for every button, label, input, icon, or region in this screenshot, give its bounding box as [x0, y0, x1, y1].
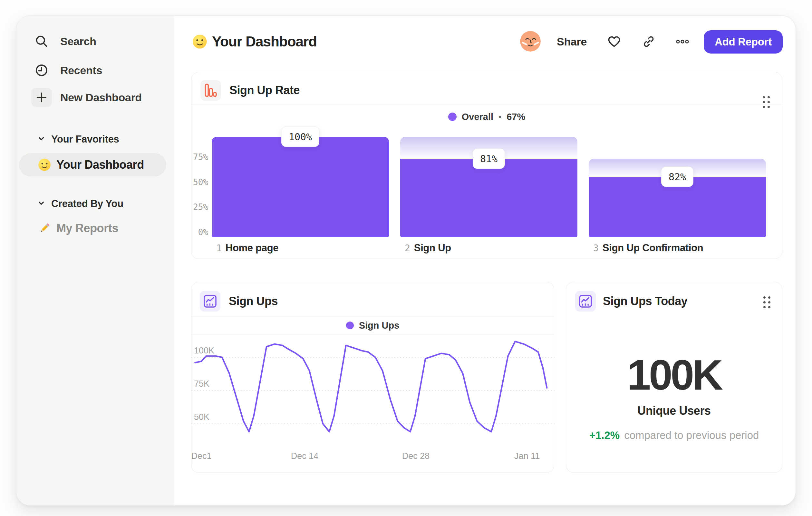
card-title: Sign Ups Today: [603, 294, 687, 308]
sidebar-item-new-dashboard[interactable]: New Dashboard: [31, 87, 142, 108]
section-title: Created By You: [51, 198, 123, 210]
card-sign-up-rate: Sign Up Rate Overall • 67% 0% 25% 50% 75…: [191, 72, 782, 259]
sidebar-item-my-reports[interactable]: My Reports: [38, 219, 118, 237]
chevron-down-icon: [37, 134, 46, 144]
pencil-emoji-icon: [38, 222, 51, 235]
legend-dot: [448, 113, 457, 121]
x-axis-tick: Dec1: [191, 451, 211, 461]
sidebar-item-label: Your Dashboard: [56, 158, 144, 171]
card-sign-ups: Sign Ups Sign Ups 100K 75K 50K Dec1 Dec …: [191, 282, 554, 473]
card-title: Sign Ups: [229, 294, 278, 308]
step-name: Sign Up: [414, 242, 451, 254]
step-number: 2: [405, 243, 410, 253]
y-axis-tick: 0%: [182, 227, 208, 237]
y-axis-tick: 25%: [182, 202, 208, 212]
delta-value: +1.2%: [589, 429, 620, 441]
drag-handle-icon[interactable]: [763, 296, 771, 308]
app-window: Search Recents New Dashboard Your Favori…: [16, 16, 796, 506]
page-title: Your Dashboard: [192, 34, 317, 49]
share-button[interactable]: Share: [557, 34, 587, 49]
step-name: Home page: [226, 242, 279, 254]
step-number: 1: [216, 243, 222, 253]
conversion-value-badge: 81%: [473, 149, 505, 169]
y-axis-tick: 75K: [194, 379, 209, 389]
conversion-value-badge: 82%: [661, 167, 693, 187]
funnel-step-label: 1 Home page: [216, 242, 279, 254]
metric-value: 100K: [566, 351, 782, 399]
metric-delta-row: +1.2% compared to previous period: [566, 429, 782, 441]
sidebar-item-label: Recents: [60, 64, 102, 77]
sidebar-item-label: Search: [60, 35, 96, 48]
x-axis-tick: Jan 11: [514, 451, 540, 461]
copy-link-icon[interactable]: [642, 34, 656, 49]
delta-note: compared to previous period: [624, 429, 759, 441]
card-sign-ups-today: Sign Ups Today 100K Unique Users +1.2% c…: [566, 282, 782, 473]
sidebar: Search Recents New Dashboard Your Favori…: [17, 16, 174, 505]
legend-series-name: Sign Ups: [359, 320, 400, 331]
clock-icon: [31, 61, 52, 80]
conversion-value-badge: 100%: [281, 127, 319, 147]
section-title: Your Favorites: [51, 134, 119, 145]
metric-label: Unique Users: [566, 404, 782, 418]
legend-dot: [346, 322, 354, 329]
sidebar-section-created-by-you[interactable]: Created By You: [37, 197, 123, 211]
x-axis-tick: Dec 14: [291, 451, 319, 461]
sidebar-item-search[interactable]: Search: [31, 31, 96, 52]
card-header-divider: [192, 105, 782, 105]
line-chart-icon: [575, 291, 596, 311]
page-title-text: Your Dashboard: [212, 33, 317, 50]
more-options-icon[interactable]: [675, 34, 690, 49]
line-chart-icon: [200, 291, 221, 311]
smiley-emoji-icon: [192, 34, 207, 49]
x-axis-tick: Dec 28: [402, 451, 430, 461]
sidebar-item-recents[interactable]: Recents: [31, 60, 102, 81]
sidebar-item-label: My Reports: [56, 222, 118, 235]
card-title: Sign Up Rate: [229, 84, 300, 97]
sidebar-section-your-favorites[interactable]: Your Favorites: [37, 132, 119, 146]
legend-sign-ups[interactable]: Sign Ups: [192, 316, 554, 334]
sidebar-item-label: New Dashboard: [60, 91, 142, 104]
y-axis-tick: 50%: [182, 178, 208, 187]
screen: Search Recents New Dashboard Your Favori…: [0, 0, 812, 516]
legend-overall[interactable]: Overall • 67%: [192, 109, 782, 125]
legend-series-value: 67%: [506, 112, 525, 122]
funnel-step-label: 2 Sign Up: [405, 242, 451, 254]
legend-series-name: Overall: [462, 112, 493, 122]
y-axis-tick: 50K: [194, 412, 209, 422]
favorite-heart-icon[interactable]: [607, 34, 621, 49]
step-number: 3: [593, 243, 599, 253]
plus-icon: [31, 88, 52, 107]
y-axis-tick: 75%: [182, 152, 208, 162]
sidebar-item-your-dashboard[interactable]: Your Dashboard: [19, 153, 166, 176]
funnel-bar-home-page: [212, 137, 389, 237]
smiley-emoji-icon: [38, 158, 51, 171]
step-name: Sign Up Confirmation: [603, 242, 703, 254]
legend-separator: •: [498, 112, 501, 122]
chevron-down-icon: [37, 199, 46, 209]
y-axis-tick: 100K: [194, 346, 214, 356]
funnel-bars-icon: [200, 80, 221, 101]
add-report-button[interactable]: Add Report: [704, 30, 783, 54]
search-icon: [31, 32, 52, 51]
funnel-step-label: 3 Sign Up Confirmation: [593, 242, 703, 254]
avatar: [520, 31, 541, 52]
legend-bottom-divider: [192, 334, 554, 335]
drag-handle-icon[interactable]: [763, 96, 770, 108]
